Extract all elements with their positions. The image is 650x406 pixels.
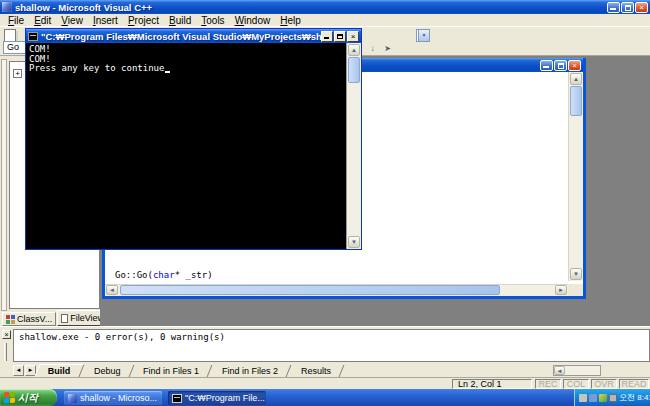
main-titlebar[interactable]: shallow - Microsoft Visual C++ × [0, 0, 650, 14]
build-message: shallow.exe - 0 error(s), 0 warning(s) [19, 332, 225, 342]
taskbar: 시작 shallow - Microso... "C:₩Program File… [0, 389, 650, 406]
console-task-icon [172, 394, 182, 403]
taskbar-button-console[interactable]: "C:₩Program File... [168, 391, 266, 405]
tab-find-in-files-2[interactable]: Find in Files 2 [210, 365, 292, 377]
indicator-col: COL [563, 379, 589, 389]
console-app-icon [28, 32, 38, 41]
indicator-rec: REC [535, 379, 561, 389]
source-vertical-scrollbar[interactable]: ▲ ▼ [568, 72, 583, 281]
main-titlebar-buttons: × [607, 2, 650, 13]
menu-insert[interactable]: Insert [88, 15, 123, 26]
build-output[interactable]: shallow.exe - 0 error(s), 0 warning(s) [13, 329, 650, 362]
vcpp-app-icon [2, 2, 12, 12]
console-maximize-button[interactable] [334, 31, 346, 42]
close-button[interactable]: × [635, 2, 648, 13]
output-horizontal-scrollbar[interactable]: ◄ [553, 365, 601, 376]
toolbar-combo-fragment[interactable]: ▼ [416, 29, 430, 42]
fileview-icon [61, 314, 68, 323]
console-output: COM! COM! Press any key to continue [26, 43, 346, 249]
menu-help[interactable]: Help [275, 15, 306, 26]
ime-pen-icon[interactable] [599, 394, 607, 402]
console-cursor [165, 71, 170, 73]
desktop: shallow - Microsoft Visual C++ × File Ed… [0, 0, 650, 406]
scroll-up-icon[interactable]: ▲ [348, 44, 360, 56]
status-bar: Ln 2, Col 1 REC COL OVR READ [0, 377, 650, 389]
console-title-text: "C:₩Program Files₩Microsoft Visual Studi… [41, 31, 321, 42]
classview-icon [6, 315, 15, 324]
scroll-up-icon[interactable]: ▲ [570, 73, 582, 85]
source-minimize-button[interactable] [540, 60, 553, 71]
menu-file[interactable]: File [3, 15, 29, 26]
scroll-down-icon[interactable]: ▼ [348, 236, 360, 248]
console-line: COM! [29, 45, 343, 55]
menu-build[interactable]: Build [164, 15, 196, 26]
console-titlebar[interactable]: "C:₩Program Files₩Microsoft Visual Studi… [26, 29, 361, 43]
tab-results[interactable]: Results [289, 365, 345, 377]
scrollbar-corner [568, 284, 583, 296]
source-close-button[interactable]: × [568, 60, 581, 71]
panel-gripper[interactable] [1, 59, 7, 311]
output-gripper[interactable] [4, 343, 7, 361]
scroll-right-icon[interactable]: ► [555, 285, 567, 295]
tab-find-in-files-1[interactable]: Find in Files 1 [131, 365, 213, 377]
source-vscroll-thumb[interactable] [570, 86, 582, 116]
scroll-left-icon[interactable]: ◄ [106, 285, 118, 295]
tab-build[interactable]: Build [34, 364, 84, 377]
system-tray: 오전 8:41 [574, 389, 650, 406]
indicator-ovr: OVR [591, 379, 617, 389]
wizardbar-goto-icon[interactable]: ↓ [366, 43, 379, 55]
console-line: Press any key to continue [29, 64, 164, 74]
console-minimize-button[interactable] [321, 31, 333, 42]
source-hscroll-thumb[interactable] [120, 285, 500, 295]
taskbar-button-vcpp[interactable]: shallow - Microso... [64, 391, 162, 405]
volume-icon[interactable] [579, 394, 587, 402]
menu-project[interactable]: Project [123, 15, 164, 26]
indicator-read: READ [619, 379, 649, 389]
code-line-1: Go::Go(char* _str) [115, 270, 294, 280]
combo-dropdown-icon[interactable]: ▼ [418, 30, 429, 41]
main-window-title: shallow - Microsoft Visual C++ [15, 2, 607, 13]
output-close-button[interactable]: × [2, 330, 11, 339]
start-button[interactable]: 시작 [0, 389, 57, 406]
menu-edit[interactable]: Edit [29, 15, 56, 26]
tree-expand-icon[interactable]: + [13, 69, 22, 78]
source-horizontal-scrollbar[interactable]: ◄ ► [105, 284, 568, 296]
menubar: File Edit View Insert Project Build Tool… [0, 14, 650, 27]
start-label: 시작 [18, 391, 38, 405]
console-window: "C:₩Program Files₩Microsoft Visual Studi… [25, 28, 362, 250]
menu-tools[interactable]: Tools [196, 15, 229, 26]
display-icon[interactable] [609, 394, 617, 402]
workspace-tabs: ClassV... FileView [2, 310, 108, 326]
restore-button[interactable] [621, 2, 634, 13]
wizardbar-action-icon[interactable]: ➤ [381, 43, 394, 55]
output-window: × shallow.exe - 0 error(s), 0 warning(s)… [0, 326, 650, 377]
scroll-left-icon[interactable]: ◄ [554, 366, 565, 375]
cursor-position: Ln 2, Col 1 [452, 379, 532, 389]
wizardbar-class-value: Go [7, 42, 19, 52]
windows-logo-icon [4, 392, 15, 404]
network-icon[interactable] [589, 394, 597, 402]
vcpp-task-icon [68, 394, 77, 403]
menu-window[interactable]: Window [230, 15, 276, 26]
tabs-scroll-left-icon[interactable]: ◄ [13, 365, 24, 376]
menu-view[interactable]: View [56, 15, 88, 26]
tab-debug[interactable]: Debug [81, 365, 133, 377]
tab-classview[interactable]: ClassV... [2, 312, 56, 326]
scroll-down-icon[interactable]: ▼ [570, 268, 582, 280]
console-close-button[interactable]: × [347, 31, 359, 42]
console-vscroll-thumb[interactable] [348, 57, 360, 83]
minimize-button[interactable] [607, 2, 620, 13]
clock[interactable]: 오전 8:41 [619, 392, 650, 403]
source-maximize-button[interactable] [554, 60, 567, 71]
console-vertical-scrollbar[interactable]: ▲ ▼ [346, 43, 361, 249]
